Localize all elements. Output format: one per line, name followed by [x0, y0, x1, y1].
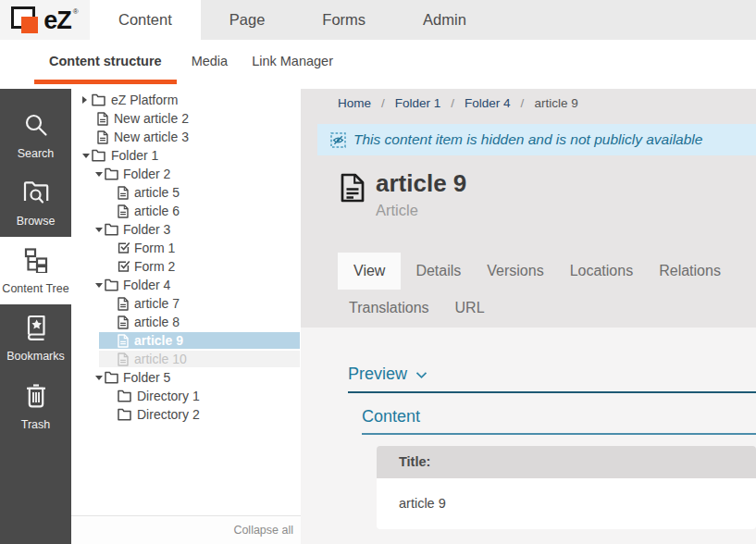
tree-item-article-6[interactable]: article 6 — [71, 202, 301, 220]
breadcrumb-separator: / — [451, 96, 454, 110]
collapse-all-button[interactable]: Collapse all — [71, 515, 301, 544]
top-tab-admin[interactable]: Admin — [394, 0, 495, 40]
folder-icon — [92, 93, 105, 109]
tree-item-new-article-2[interactable]: New article 2 — [71, 109, 301, 128]
tree-item-ez-platform[interactable]: eZ Platform — [71, 91, 301, 109]
search-icon — [23, 112, 49, 142]
hidden-content-alert: This content item is hidden and is not p… — [317, 124, 756, 155]
content-divider — [362, 433, 756, 435]
top-tab-page[interactable]: Page — [201, 0, 294, 40]
folder-icon — [105, 278, 118, 294]
view-tab-panel: Preview Content Title:article 9 — [301, 328, 756, 544]
content-tree-icon — [22, 247, 50, 277]
tree-item-folder-2[interactable]: Folder 2 — [71, 165, 301, 183]
top-bar: eZ ® ContentPageFormsAdmin — [0, 0, 756, 40]
breadcrumb-link-home[interactable]: Home — [338, 96, 371, 110]
folder-icon — [92, 149, 105, 165]
tab-versions[interactable]: Versions — [476, 253, 554, 290]
tree-item-folder-5[interactable]: Folder 5 — [71, 368, 301, 387]
content-section-heading: Content — [362, 407, 420, 427]
breadcrumb-separator: / — [381, 96, 385, 110]
tree-item-folder-3[interactable]: Folder 3 — [71, 220, 301, 239]
browse-icon — [22, 179, 50, 209]
preview-section-toggle[interactable]: Preview — [348, 365, 428, 384]
tree-item-article-5[interactable]: article 5 — [71, 183, 301, 202]
tab-url[interactable]: URL — [444, 290, 496, 327]
preview-label: Preview — [348, 365, 407, 384]
breadcrumb-current: article 9 — [534, 96, 577, 110]
tree-item-article-7[interactable]: article 7 — [71, 294, 301, 313]
tree-item-folder-4[interactable]: Folder 4 — [71, 276, 301, 294]
registered-mark: ® — [73, 6, 79, 18]
content-header: article 9 Article — [341, 170, 466, 219]
tab-view[interactable]: View — [338, 253, 401, 290]
collapse-toggle-icon[interactable] — [95, 376, 103, 380]
top-tab-forms[interactable]: Forms — [293, 0, 394, 40]
tree-item-directory-2[interactable]: Directory 2 — [71, 405, 301, 424]
breadcrumb-separator: / — [521, 96, 525, 110]
article-icon — [118, 315, 129, 332]
collapse-toggle-icon[interactable] — [95, 283, 103, 288]
form-icon — [118, 241, 130, 257]
hidden-eye-icon — [330, 132, 346, 148]
top-tab-content[interactable]: Content — [90, 0, 201, 40]
sidebar-item-search[interactable]: Search — [0, 102, 71, 169]
sidebar-item-browse[interactable]: Browse — [0, 169, 71, 237]
content-tree: eZ PlatformNew article 2New article 3Fol… — [71, 89, 301, 424]
tree-item-article-9[interactable]: article 9 — [71, 331, 301, 350]
tree-item-form-2[interactable]: Form 2 — [71, 257, 301, 276]
article-icon — [118, 334, 129, 351]
subnav-link-manager[interactable]: Link Manager — [242, 45, 342, 84]
tab-relations[interactable]: Relations — [648, 253, 732, 290]
ez-logo-text: eZ — [43, 6, 71, 35]
field-table: Title:article 9 — [377, 446, 756, 529]
top-nav: ContentPageFormsAdmin — [90, 0, 495, 40]
ez-platform-admin: eZ ® ContentPageFormsAdmin Content struc… — [0, 0, 756, 544]
article-icon — [118, 297, 129, 314]
tab-details[interactable]: Details — [404, 253, 472, 290]
form-icon — [118, 260, 130, 276]
chevron-down-icon — [415, 365, 428, 384]
tab-locations[interactable]: Locations — [559, 253, 645, 290]
icon-sidebar: SearchBrowseContent TreeBookmarksTrash — [0, 89, 71, 544]
tree-item-folder-1[interactable]: Folder 1 — [71, 146, 301, 165]
content-tree-panel: eZ PlatformNew article 2New article 3Fol… — [71, 89, 301, 544]
collapse-toggle-icon[interactable] — [95, 228, 103, 232]
sidebar-item-content-tree[interactable]: Content Tree — [0, 237, 71, 304]
breadcrumb: Home/Folder 1/Folder 4/article 9 — [338, 96, 578, 110]
ez-logo[interactable]: eZ ® — [0, 0, 90, 40]
main-content: Home/Folder 1/Folder 4/article 9 This co… — [301, 89, 756, 544]
article-icon — [97, 112, 108, 129]
field-value: article 9 — [377, 478, 756, 529]
collapse-toggle-icon[interactable] — [82, 154, 90, 158]
expand-toggle-icon[interactable] — [82, 96, 87, 104]
document-icon — [341, 173, 365, 206]
preview-divider — [348, 391, 756, 393]
tree-item-new-article-3[interactable]: New article 3 — [71, 128, 301, 146]
tree-item-article-10[interactable]: article 10 — [71, 350, 301, 368]
field-label: Title: — [377, 446, 756, 478]
content-type-label: Article — [376, 202, 466, 219]
tree-item-article-8[interactable]: article 8 — [71, 313, 301, 331]
ez-logo-icon — [11, 5, 42, 38]
sidebar-item-trash[interactable]: Trash — [0, 372, 71, 439]
sidebar-item-bookmarks[interactable]: Bookmarks — [0, 304, 71, 372]
folder-icon — [105, 371, 118, 387]
article-icon — [97, 130, 108, 147]
alert-text: This content item is hidden and is not p… — [353, 131, 702, 148]
tree-item-directory-1[interactable]: Directory 1 — [71, 387, 301, 405]
collapse-toggle-icon[interactable] — [95, 172, 103, 177]
page-title: article 9 — [376, 170, 466, 197]
bookmarks-icon — [23, 314, 49, 344]
breadcrumb-link-folder-1[interactable]: Folder 1 — [395, 96, 441, 110]
subnav-media[interactable]: Media — [182, 45, 238, 84]
folder-icon — [105, 223, 118, 239]
folder-icon — [118, 389, 131, 405]
folder-icon — [105, 167, 118, 183]
secondary-nav: Content structureMediaLink Manager — [0, 40, 756, 89]
tree-item-form-1[interactable]: Form 1 — [71, 239, 301, 257]
article-icon — [118, 204, 129, 221]
tab-translations[interactable]: Translations — [338, 290, 440, 327]
subnav-content-structure[interactable]: Content structure — [34, 45, 177, 84]
breadcrumb-link-folder-4[interactable]: Folder 4 — [465, 96, 511, 110]
